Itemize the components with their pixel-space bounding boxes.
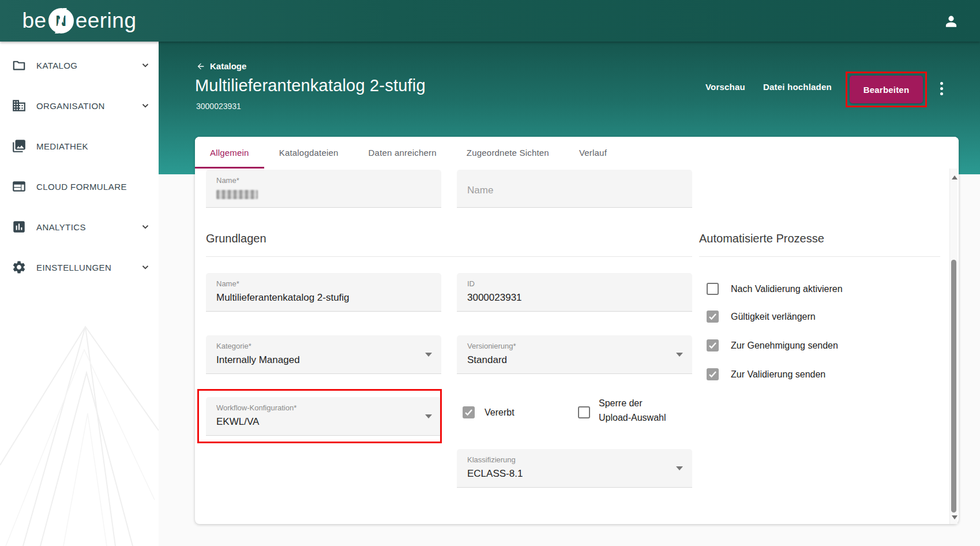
tab-bar: Allgemein Katalogdateien Daten anreicher…	[195, 137, 959, 169]
sidebar-item-einstellungen[interactable]: EINSTELLUNGEN	[0, 253, 159, 281]
dropdown-arrow-icon	[676, 466, 683, 470]
sidebar-navigation: KATALOG ORGANISATION MEDIATHEK CLOUD FOR…	[0, 42, 159, 546]
field-value: ECLASS-8.1	[467, 468, 523, 480]
section-divider	[699, 256, 940, 257]
folder-icon	[12, 58, 27, 73]
name-field[interactable]: Name* Multilieferantenkatalog 2-stufig	[206, 273, 441, 312]
field-label: Name*	[216, 176, 239, 185]
settings-gear-icon	[12, 260, 27, 275]
scrollbar-thumb[interactable]	[951, 260, 956, 513]
upload-file-button[interactable]: Datei hochladen	[763, 82, 832, 92]
back-to-catalogs-link[interactable]: Kataloge	[196, 61, 246, 71]
catalog-detail-card: Allgemein Katalogdateien Daten anreicher…	[195, 137, 959, 524]
checkbox-label: Gültigkeit verlängern	[731, 312, 816, 322]
sidebar-item-label: EINSTELLUNGEN	[36, 263, 111, 272]
sidebar-item-label: KATALOG	[36, 61, 77, 70]
media-library-icon	[12, 139, 27, 154]
scroll-up-arrow-icon[interactable]	[952, 175, 958, 179]
dropdown-arrow-icon	[425, 414, 432, 418]
checkbox-label: Zur Genehmigung senden	[731, 341, 838, 351]
section-heading-grundlagen: Grundlagen	[206, 232, 266, 245]
tab-katalogdateien[interactable]: Katalogdateien	[264, 137, 354, 169]
section-heading-automatisierte-prozesse: Automatisierte Prozesse	[699, 232, 824, 245]
sperre-upload-label: Sperre der Upload-Auswahl	[599, 396, 671, 425]
chevron-down-icon	[140, 100, 151, 111]
building-icon	[12, 98, 27, 113]
tab-allgemein[interactable]: Allgemein	[195, 137, 264, 169]
top-app-bar: be N eering	[0, 0, 980, 42]
scroll-down-arrow-icon[interactable]	[952, 515, 958, 519]
sidebar-item-analytics[interactable]: ANALYTICS	[0, 213, 159, 241]
dropdown-arrow-icon	[425, 353, 432, 357]
field-label: Workflow-Konfiguration*	[216, 403, 296, 412]
zur-genehmigung-senden-checkbox[interactable]	[707, 339, 719, 351]
sidebar-item-katalog[interactable]: KATALOG	[0, 51, 159, 79]
user-account-icon[interactable]	[944, 14, 959, 29]
checkbox-label: Zur Validierung senden	[731, 369, 825, 380]
chevron-down-icon	[140, 60, 151, 70]
field-placeholder: Name	[467, 185, 493, 196]
kategorie-select[interactable]: Kategorie* Internally Managed	[206, 335, 441, 374]
workflow-konfiguration-select[interactable]: Workflow-Konfiguration* EKWL/VA	[206, 397, 441, 436]
vertical-scrollbar[interactable]	[949, 169, 958, 524]
logo-n-circle-icon: N	[48, 8, 74, 33]
dropdown-arrow-icon	[676, 353, 683, 357]
id-field[interactable]: ID 3000023931	[457, 273, 692, 312]
section-divider	[206, 256, 692, 257]
check-icon	[707, 369, 718, 380]
zur-validierung-senden-checkbox[interactable]	[707, 368, 719, 380]
klassifizierung-select[interactable]: Klassifizierung ECLASS-8.1	[457, 449, 692, 488]
preview-button[interactable]: Vorschau	[705, 82, 745, 92]
vererbt-label: Vererbt	[485, 407, 515, 418]
check-icon	[463, 407, 474, 418]
forms-icon	[12, 179, 27, 194]
sidebar-item-label: MEDIATHEK	[36, 141, 88, 151]
check-icon	[707, 340, 718, 351]
sidebar-item-cloud-formulare[interactable]: CLOUD FORMULARE	[0, 173, 159, 200]
back-link-label: Kataloge	[210, 61, 246, 71]
vererbt-checkbox[interactable]	[463, 406, 475, 418]
field-value: Internally Managed	[216, 354, 300, 366]
tab-content-allgemein: Name* Name Grundlagen Name* Multiliefera…	[195, 169, 959, 524]
name-language-field-empty[interactable]: Name	[457, 170, 692, 208]
beneering-logo[interactable]: be N eering	[0, 0, 159, 42]
catalog-id: 3000023931	[196, 102, 241, 111]
name-language-field-redacted[interactable]: Name*	[206, 170, 441, 208]
arrow-back-icon	[196, 62, 205, 71]
nach-validierung-aktivieren-checkbox[interactable]	[707, 283, 719, 295]
field-value: Standard	[467, 354, 507, 366]
versionierung-select[interactable]: Versionierung* Standard	[457, 335, 692, 374]
sperre-upload-checkbox[interactable]	[578, 406, 590, 418]
sidebar-item-organisation[interactable]: ORGANISATION	[0, 92, 159, 119]
tab-verlauf[interactable]: Verlauf	[564, 137, 622, 169]
chevron-down-icon	[140, 222, 151, 232]
gueltigkeit-verlaengern-checkbox[interactable]	[707, 311, 719, 323]
kebab-menu-icon[interactable]	[938, 80, 944, 97]
sidebar-item-label: CLOUD FORMULARE	[36, 182, 127, 192]
field-label: Klassifizierung	[467, 455, 516, 464]
logo-text-prefix: be	[22, 9, 46, 33]
field-label: Kategorie*	[216, 342, 251, 350]
field-value: EKWL/VA	[216, 416, 259, 428]
checkbox-label: Nach Validierung aktivieren	[731, 284, 843, 294]
field-label: Versionierung*	[467, 342, 516, 350]
page-title: Multilieferantenkatalog 2-stufig	[195, 76, 426, 95]
field-label: ID	[467, 279, 475, 288]
logo-text-suffix: eering	[76, 9, 137, 33]
field-value: Multilieferantenkatalog 2-stufig	[216, 292, 350, 304]
field-value: 3000023931	[467, 292, 522, 304]
tab-zugeordnete-sichten[interactable]: Zugeordnete Sichten	[452, 137, 564, 169]
field-label: Name*	[216, 279, 239, 288]
redacted-value	[216, 190, 258, 199]
sidebar-item-mediathek[interactable]: MEDIATHEK	[0, 132, 159, 160]
tab-daten-anreichern[interactable]: Daten anreichern	[354, 137, 452, 169]
analytics-icon	[12, 219, 27, 234]
sidebar-item-label: ORGANISATION	[36, 101, 105, 111]
edit-button[interactable]: Bearbeiten	[850, 76, 923, 103]
chevron-down-icon	[140, 262, 151, 272]
check-icon	[707, 311, 718, 322]
sidebar-item-label: ANALYTICS	[36, 222, 86, 232]
